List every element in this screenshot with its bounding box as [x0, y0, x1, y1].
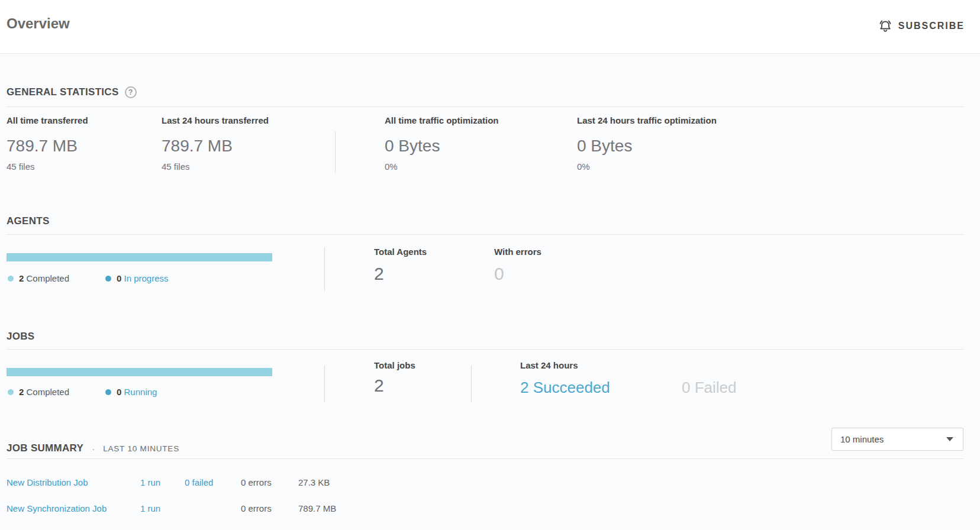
legend-count: 0	[117, 273, 121, 283]
page-title: Overview	[7, 15, 70, 32]
stat-label: Last 24 hours traffic optimization	[577, 115, 717, 127]
section-divider	[7, 106, 963, 107]
stat-label: Last 24 hours transferred	[162, 115, 269, 127]
bell-icon	[878, 18, 893, 34]
agents-vertical-divider	[324, 247, 325, 291]
running-dot-icon	[105, 389, 111, 395]
stat-value: 0 Bytes	[385, 135, 499, 157]
job-summary-row: New Synchronization Job 1 run 0 errors 7…	[0, 503, 980, 515]
stat-sub: 0%	[577, 161, 717, 173]
agents-progress-bar	[7, 253, 272, 261]
agents-with-errors-label: With errors	[494, 246, 541, 258]
jobs-legend-running[interactable]: 0 Running	[105, 386, 157, 398]
stat-last24-optimization: Last 24 hours traffic optimization 0 Byt…	[577, 115, 717, 173]
stat-all-time-optimization: All time traffic optimization 0 Bytes 0%	[385, 115, 499, 173]
legend-label: Completed	[27, 273, 70, 283]
job-size-text: 27.3 KB	[298, 477, 330, 489]
job-summary-row: New Distribution Job 1 run 0 failed 0 er…	[0, 477, 980, 489]
jobs-progress-bar	[7, 368, 272, 376]
job-summary-header: JOB SUMMARY · LAST 10 MINUTES	[7, 442, 179, 454]
total-agents-value: 2	[374, 263, 384, 285]
jobs-vertical-divider	[324, 366, 325, 402]
completed-dot-icon	[8, 276, 14, 282]
chevron-down-icon	[946, 437, 953, 441]
completed-dot-icon	[8, 389, 14, 395]
stat-value: 789.7 MB	[162, 135, 269, 157]
job-runs-link[interactable]: 1 run	[140, 477, 160, 489]
legend-label: Completed	[27, 387, 70, 397]
jobs-succeeded-link[interactable]: 2 Succeeded	[520, 377, 610, 397]
section-divider	[7, 458, 963, 459]
agents-legend-in-progress[interactable]: 0 In progress	[105, 273, 169, 285]
stat-label: All time traffic optimization	[385, 115, 499, 127]
period-dropdown-value: 10 minutes	[832, 434, 946, 444]
job-failed-link[interactable]: 0 failed	[185, 477, 213, 489]
subscribe-label: SUBSCRIBE	[898, 21, 965, 31]
agents-with-errors-value: 0	[494, 263, 504, 285]
agents-legend-completed: 2 Completed	[8, 273, 69, 285]
jobs-legend-completed: 2 Completed	[8, 386, 69, 398]
stat-value: 0 Bytes	[577, 135, 717, 157]
jobs-vertical-divider-2	[471, 366, 472, 402]
stat-label: All time transferred	[7, 115, 88, 127]
job-errors-text: 0 errors	[241, 477, 272, 489]
stats-vertical-divider	[335, 131, 336, 173]
job-summary-heading: JOB SUMMARY	[7, 442, 83, 454]
help-icon[interactable]: ?	[125, 86, 137, 98]
page-header: Overview SUBSCRIBE	[0, 0, 980, 54]
in-progress-link[interactable]: In progress	[124, 273, 169, 283]
job-runs-link[interactable]: 1 run	[140, 503, 160, 515]
general-statistics-header: GENERAL STATISTICS ?	[7, 86, 137, 98]
jobs-progress-fill	[7, 368, 272, 376]
stat-sub: 45 files	[7, 161, 88, 173]
job-name-link[interactable]: New Synchronization Job	[7, 503, 107, 515]
legend-count: 0	[117, 387, 121, 397]
job-size-text: 789.7 MB	[298, 503, 336, 515]
period-dropdown[interactable]: 10 minutes	[831, 428, 963, 451]
agents-progress-fill	[7, 253, 272, 261]
jobs-failed-value: 0 Failed	[682, 377, 737, 397]
subscribe-button[interactable]: SUBSCRIBE	[878, 14, 965, 38]
total-jobs-value: 2	[374, 374, 384, 397]
agents-heading: AGENTS	[7, 215, 50, 227]
heading-separator: ·	[92, 444, 95, 454]
section-divider	[7, 349, 963, 350]
job-summary-period-label: LAST 10 MINUTES	[103, 444, 179, 453]
section-divider	[7, 234, 963, 235]
overview-page: Overview SUBSCRIBE GENERAL STATISTICS ? …	[0, 0, 980, 530]
stat-all-time-transferred: All time transferred 789.7 MB 45 files	[7, 115, 88, 173]
general-statistics-heading: GENERAL STATISTICS	[7, 86, 119, 98]
total-jobs-label: Total jobs	[374, 360, 415, 371]
stat-sub: 45 files	[162, 161, 269, 173]
running-link[interactable]: Running	[124, 387, 157, 397]
legend-count: 2	[19, 387, 24, 397]
in-progress-dot-icon	[105, 276, 111, 282]
job-name-link[interactable]: New Distribution Job	[7, 477, 88, 489]
jobs-heading: JOBS	[7, 331, 35, 342]
stat-value: 789.7 MB	[7, 135, 88, 157]
stat-sub: 0%	[385, 161, 499, 173]
legend-count: 2	[19, 273, 24, 283]
job-errors-text: 0 errors	[241, 503, 272, 515]
stat-last24-transferred: Last 24 hours transferred 789.7 MB 45 fi…	[162, 115, 269, 173]
total-agents-label: Total Agents	[374, 246, 427, 258]
last-24-hours-label: Last 24 hours	[520, 360, 578, 371]
